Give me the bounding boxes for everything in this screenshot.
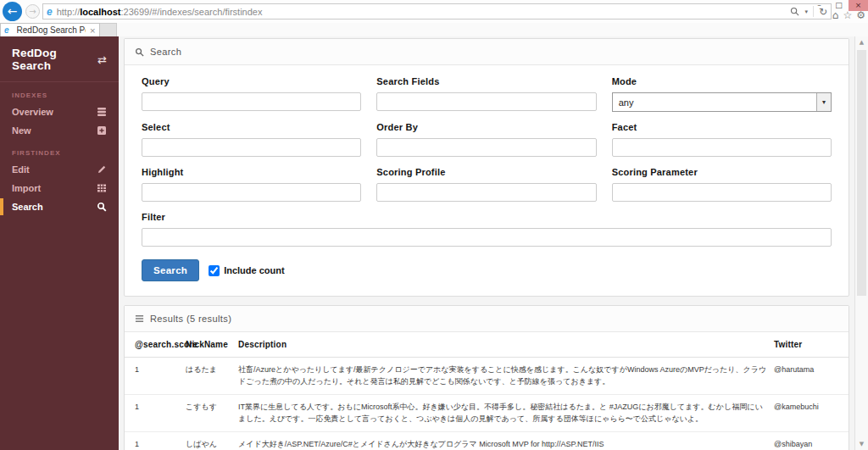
search-fields-label: Search Fields: [376, 76, 596, 86]
order-by-field-group: Order By: [376, 122, 596, 157]
score-cell: 1: [125, 431, 186, 450]
scroll-up-icon[interactable]: ▲: [855, 36, 868, 48]
table-header-row: @search.score NickName Description Twitt…: [125, 332, 849, 358]
highlight-label: Highlight: [142, 167, 361, 177]
nickname-cell: はるたま: [186, 358, 238, 395]
scroll-down-icon[interactable]: ▼: [855, 438, 868, 450]
mode-select[interactable]: any ▾: [612, 92, 832, 112]
sidebar-item-label: Search: [12, 202, 43, 212]
sidebar-section-indexes: INDEXES: [0, 82, 119, 103]
description-cell: 社畜/Azureとかやったりしてます/最新テクノロジーでアホな実装をすることに快…: [238, 358, 774, 395]
table-row[interactable]: 1 はるたま 社畜/Azureとかやったりしてます/最新テクノロジーでアホな実装…: [125, 358, 849, 395]
search-icon: [97, 202, 107, 212]
filter-input[interactable]: [142, 228, 832, 247]
sidebar-item-label: Overview: [12, 107, 53, 117]
sidebar-item-label: New: [12, 125, 31, 136]
results-panel-title: Results (5 results): [150, 314, 231, 324]
column-header-nickname[interactable]: NickName: [186, 332, 238, 358]
ie-logo-icon: e: [47, 6, 53, 18]
search-panel-title: Search: [150, 47, 181, 57]
back-button[interactable]: ←: [3, 2, 22, 21]
url-path: :23699/#/indexes/search/firstindex: [121, 7, 263, 17]
tab-title: RedDog Search Portal: [17, 25, 86, 35]
table-row[interactable]: 1 こすもす IT業界に生息してる人です。おもにMicrosoft系中心。好き嫌…: [125, 394, 849, 431]
sidebar-item-label: Import: [12, 183, 41, 193]
stack-icon: [97, 107, 107, 117]
tab-favicon-icon: e: [4, 25, 9, 35]
scoring-parameter-input[interactable]: [612, 183, 832, 202]
home-icon[interactable]: ⌂: [832, 9, 839, 21]
autocomplete-dropdown-icon[interactable]: ▾: [804, 8, 808, 15]
column-header-description[interactable]: Description: [238, 332, 774, 358]
mode-field-group: Mode any ▾: [612, 76, 832, 112]
scoring-profile-input[interactable]: [376, 183, 596, 202]
list-icon: [135, 314, 144, 323]
mode-label: Mode: [612, 76, 832, 86]
scoring-profile-field-group: Scoring Profile: [376, 167, 596, 202]
sidebar-item-label: Edit: [12, 164, 30, 175]
app-title: RedDog Search: [12, 47, 97, 72]
url-text[interactable]: http://localhost:23699/#/indexes/search/…: [57, 7, 791, 17]
pencil-icon: [97, 164, 107, 175]
select-label: Select: [142, 122, 361, 132]
twitter-cell: @harutama: [774, 358, 849, 395]
nickname-cell: こすもす: [186, 394, 238, 431]
browser-tab[interactable]: e RedDog Search Portal ×: [0, 23, 100, 36]
twitter-cell: @kamebuchi: [774, 394, 849, 431]
column-header-score[interactable]: @search.score: [125, 332, 186, 358]
favorites-star-icon[interactable]: ☆: [843, 9, 852, 21]
nickname-cell: しばやん: [186, 431, 238, 450]
sidebar-item-import[interactable]: Import: [0, 179, 119, 197]
sidebar-item-overview[interactable]: Overview: [0, 103, 119, 121]
order-by-input[interactable]: [376, 138, 596, 157]
include-count-label: Include count: [224, 265, 285, 275]
query-label: Query: [142, 76, 361, 86]
filter-field-group: Filter: [142, 212, 832, 247]
url-protocol: http://: [57, 7, 81, 17]
sidebar-item-new[interactable]: New: [0, 121, 119, 140]
results-panel: Results (5 results) @search.score NickNa…: [124, 305, 849, 450]
sidebar-header: RedDog Search ⇄: [0, 36, 119, 82]
column-header-twitter[interactable]: Twitter: [774, 332, 849, 358]
vertical-scrollbar[interactable]: ▲ ▼: [854, 36, 868, 450]
select-input[interactable]: [142, 138, 361, 157]
url-host: localhost: [80, 7, 120, 17]
highlight-field-group: Highlight: [142, 167, 361, 202]
description-cell: IT業界に生息してる人です。おもにMicrosoft系中心。好き嫌い少な目。不得…: [238, 394, 774, 431]
results-panel-header: Results (5 results): [125, 306, 849, 332]
order-by-label: Order By: [376, 122, 596, 132]
chevron-down-icon: ▾: [816, 93, 831, 111]
forward-button[interactable]: →: [25, 4, 40, 19]
scrollbar-thumb[interactable]: [857, 50, 866, 296]
mode-selected-value: any: [613, 97, 816, 108]
new-tab-button[interactable]: [100, 23, 117, 36]
browser-toolbar: ← → e http://localhost:23699/#/indexes/s…: [0, 0, 868, 23]
search-fields-field-group: Search Fields: [376, 76, 596, 112]
table-row[interactable]: 1 しばやん メイド大好き/ASP.NET/Azure/C#とメイドさんが大好き…: [125, 431, 849, 450]
tab-close-icon[interactable]: ×: [89, 26, 96, 35]
score-cell: 1: [125, 358, 186, 395]
address-bar[interactable]: e http://localhost:23699/#/indexes/searc…: [42, 3, 832, 19]
search-icon[interactable]: [790, 7, 799, 16]
browser-window: ← → e http://localhost:23699/#/indexes/s…: [0, 0, 868, 450]
search-icon: [135, 47, 144, 57]
swap-arrows-icon[interactable]: ⇄: [97, 53, 107, 66]
select-field-group: Select: [142, 122, 361, 157]
search-fields-input[interactable]: [376, 92, 596, 111]
tools-gear-icon[interactable]: ⚙: [856, 9, 865, 21]
search-button[interactable]: Search: [142, 259, 199, 281]
browser-action-icons: ⌂ ☆ ⚙: [832, 9, 865, 21]
twitter-cell: @shibayan: [774, 431, 849, 450]
sidebar-item-search[interactable]: Search: [0, 197, 119, 216]
main-area: Search Query Search Fields Mode: [119, 36, 854, 450]
search-panel: Search Query Search Fields Mode: [124, 38, 849, 297]
facet-input[interactable]: [612, 138, 832, 157]
include-count-checkbox[interactable]: [209, 265, 220, 276]
minimize-button[interactable]: –: [810, 0, 829, 11]
query-input[interactable]: [142, 92, 361, 111]
highlight-input[interactable]: [142, 183, 361, 202]
facet-field-group: Facet: [612, 122, 832, 157]
tab-bar: e RedDog Search Portal ×: [0, 23, 868, 36]
sidebar-item-edit[interactable]: Edit: [0, 160, 119, 179]
filter-label: Filter: [142, 212, 832, 222]
